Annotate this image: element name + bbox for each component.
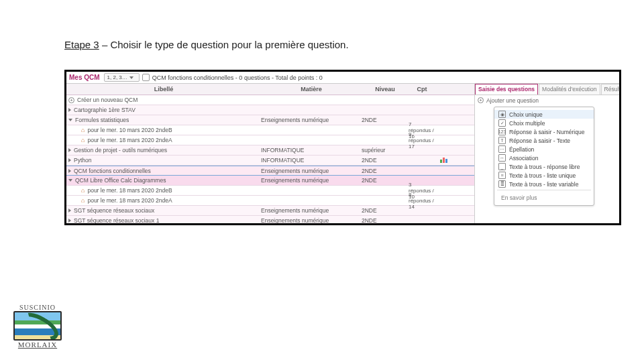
plus-icon: + bbox=[68, 97, 74, 103]
logo-mark bbox=[13, 311, 62, 341]
logo-suscinio: SUSCINIO MORLAIX bbox=[13, 304, 62, 349]
column-headers: Libellé Matière Niveau Cpt bbox=[66, 84, 474, 95]
home-icon: ⌂ bbox=[81, 197, 85, 204]
spell-icon: ··· bbox=[498, 145, 506, 153]
home-icon: ⌂ bbox=[81, 137, 85, 143]
gap-single-icon: ≡ bbox=[498, 172, 506, 179]
menu-item-choix-multiple[interactable]: ✓Choix multiple bbox=[494, 119, 594, 127]
text-icon: T bbox=[498, 137, 506, 144]
menu-item-choix-unique[interactable]: ◉Choix unique bbox=[494, 110, 594, 119]
menu-item-reponse-texte[interactable]: TRéponse à saisir - Texte bbox=[494, 136, 594, 145]
create-qcm-row[interactable]: +Créer un nouveau QCM bbox=[66, 95, 474, 105]
topbar: Mes QCM 1, 2, 3… QCM fonctions condition… bbox=[66, 72, 619, 84]
menu-separator bbox=[497, 190, 591, 190]
collapse-icon[interactable] bbox=[68, 179, 72, 182]
add-question-button[interactable]: +Ajouter une question bbox=[475, 95, 619, 105]
table-row[interactable]: Cartographie 1ère STAV bbox=[66, 105, 474, 115]
table-row-selected[interactable]: QCM fonctions conditionnelles Enseigneme… bbox=[66, 166, 474, 176]
col-matiere[interactable]: Matière bbox=[261, 86, 362, 93]
menu-item-trous-liste-var[interactable]: ≣Texte à trous - liste variable bbox=[494, 180, 594, 188]
tab-modalites[interactable]: Modalités d'exécution bbox=[539, 84, 600, 95]
main-split: Libellé Matière Niveau Cpt +Créer un nou… bbox=[66, 84, 619, 223]
radio-icon: ◉ bbox=[498, 111, 506, 118]
logo-top-text: SUSCINIO bbox=[13, 304, 62, 311]
breadcrumb: QCM fonctions conditionnelles - 0 questi… bbox=[152, 74, 323, 81]
table-row[interactable]: SGT séquence réseaux sociaux 1 Enseignem… bbox=[66, 216, 474, 223]
expand-icon[interactable] bbox=[68, 219, 71, 223]
right-tabs: Saisie des questions Modalités d'exécuti… bbox=[475, 84, 619, 95]
menu-item-reponse-num[interactable]: 123Réponse à saisir - Numérique bbox=[494, 127, 594, 136]
learn-more-link[interactable]: En savoir plus bbox=[494, 192, 594, 202]
question-type-menu: ◉Choix unique ✓Choix multiple 123Réponse… bbox=[494, 107, 594, 206]
tab-saisie[interactable]: Saisie des questions bbox=[475, 84, 538, 95]
expand-icon[interactable] bbox=[68, 208, 71, 213]
plus-icon: + bbox=[478, 97, 484, 103]
checkbox-icon: ✓ bbox=[498, 119, 506, 127]
slide-title: Etape 3 – Choisir le type de question po… bbox=[64, 39, 349, 50]
menu-item-association[interactable]: ↔Association bbox=[494, 154, 594, 162]
table-row[interactable]: ⌂pour le mer. 18 mars 2020 2ndeA 9 répon… bbox=[66, 135, 474, 145]
title-rest: – Choisir le type de question pour la pr… bbox=[99, 39, 349, 50]
logo-bottom-text: MORLAIX bbox=[13, 341, 62, 349]
chevron-down-icon bbox=[129, 76, 133, 79]
col-libelle[interactable]: Libellé bbox=[66, 86, 261, 93]
collapse-icon[interactable] bbox=[68, 119, 72, 121]
gap-free-icon: _ bbox=[498, 163, 506, 170]
col-niveau[interactable]: Niveau bbox=[362, 86, 409, 93]
table-row[interactable]: Python INFORMATIQUE 2NDE bbox=[66, 156, 474, 166]
menu-item-trous-liste-unique[interactable]: ≡Texte à trous - liste unique bbox=[494, 171, 594, 180]
menu-item-trous-libre[interactable]: _Texte à trous - réponse libre bbox=[494, 162, 594, 171]
home-icon: ⌂ bbox=[81, 187, 85, 194]
right-pane: Saisie des questions Modalités d'exécuti… bbox=[475, 84, 619, 223]
table-row[interactable]: ⌂pour le mer. 18 mars 2020 2ndeA 8 répon… bbox=[66, 196, 474, 206]
menu-item-epellation[interactable]: ···Épellation bbox=[494, 145, 594, 154]
chart-icon[interactable] bbox=[440, 157, 447, 163]
numbering-button[interactable]: 1, 2, 3… bbox=[104, 73, 140, 82]
qcm-list-pane: Libellé Matière Niveau Cpt +Créer un nou… bbox=[66, 84, 475, 223]
expand-icon[interactable] bbox=[68, 169, 71, 173]
checkbox-icon[interactable] bbox=[142, 74, 150, 81]
link-icon: ↔ bbox=[498, 154, 506, 162]
expand-icon[interactable] bbox=[68, 158, 71, 162]
expand-icon[interactable] bbox=[68, 148, 71, 152]
col-cpt[interactable]: Cpt bbox=[409, 86, 435, 93]
numeric-icon: 123 bbox=[498, 128, 506, 135]
tab-resultats[interactable]: Résultats bbox=[601, 84, 619, 95]
home-icon: ⌂ bbox=[81, 127, 85, 133]
expand-icon[interactable] bbox=[68, 108, 71, 112]
title-prefix: Etape 3 bbox=[64, 39, 99, 50]
app-screenshot: Mes QCM 1, 2, 3… QCM fonctions condition… bbox=[64, 70, 621, 225]
mes-qcm-label: Mes QCM bbox=[69, 74, 100, 81]
gap-var-icon: ≣ bbox=[498, 180, 506, 188]
